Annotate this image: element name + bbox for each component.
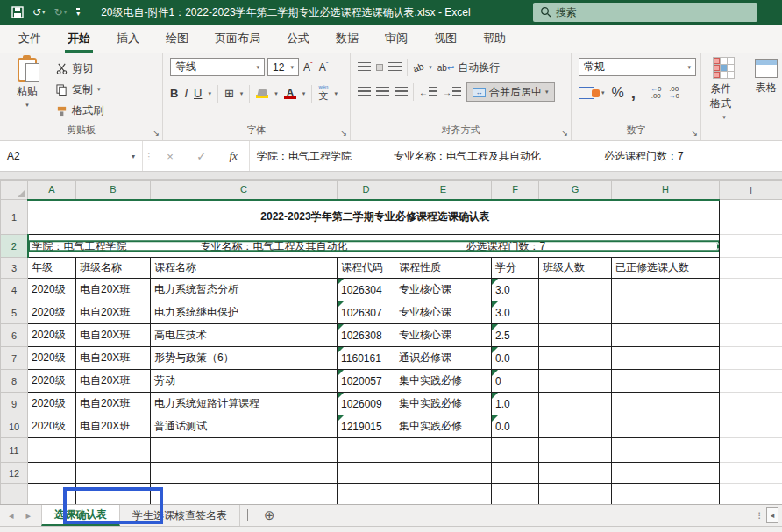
tab-view[interactable]: 视图 xyxy=(421,25,470,53)
name-box[interactable]: A2 ▾ xyxy=(0,141,143,171)
paste-caret-icon[interactable]: ▾ xyxy=(25,102,29,109)
column-header-c[interactable]: C xyxy=(151,181,338,200)
row-header-8[interactable]: 8 xyxy=(1,370,28,393)
row-header-7[interactable]: 7 xyxy=(1,347,28,370)
row-header-9[interactable]: 9 xyxy=(1,393,28,415)
insert-function-icon[interactable]: fx xyxy=(229,149,237,163)
bold-button[interactable]: B xyxy=(170,87,178,100)
accounting-format-icon[interactable] xyxy=(579,87,594,99)
tab-data[interactable]: 数据 xyxy=(323,25,372,53)
tab-overflow-dots-icon[interactable]: ⁝ xyxy=(757,509,761,521)
tab-formulas[interactable]: 公式 xyxy=(274,25,323,53)
percent-style-icon[interactable]: % xyxy=(612,85,624,101)
orientation-caret-icon[interactable]: ▾ xyxy=(429,64,432,71)
row-header-6[interactable]: 6 xyxy=(1,324,28,347)
font-dialog-launcher-icon[interactable]: ↘ xyxy=(340,130,347,138)
name-box-caret-icon[interactable]: ▾ xyxy=(132,153,135,160)
fill-color-button[interactable] xyxy=(256,89,268,98)
borders-icon[interactable]: ⊞ xyxy=(224,87,234,100)
phonetic-caret-icon[interactable]: ▾ xyxy=(334,90,338,97)
tab-file[interactable]: 文件 xyxy=(5,25,54,53)
increase-decimal-icon[interactable]: ←0.00 xyxy=(650,86,661,100)
italic-button[interactable]: I xyxy=(184,87,188,100)
merge-center-caret-icon[interactable]: ▾ xyxy=(545,89,549,96)
conditional-formatting-caret-icon[interactable]: ▾ xyxy=(722,114,726,121)
decrease-decimal-icon[interactable]: .00→0 xyxy=(668,86,679,100)
tab-review[interactable]: 审阅 xyxy=(372,25,421,53)
customize-qat-icon[interactable]: ▾ xyxy=(76,8,80,18)
sheet-nav-next-icon[interactable]: ▸ xyxy=(26,510,32,521)
column-header-g[interactable]: G xyxy=(539,181,612,200)
column-header-i[interactable]: I xyxy=(720,181,782,200)
accounting-caret-icon[interactable]: ▾ xyxy=(601,89,605,96)
active-cell-a2[interactable]: 学院：电气工程学院 专业名称：电气工程及其自动化 必选课程门数：7 xyxy=(28,235,720,258)
format-as-table-button[interactable]: 表格 xyxy=(750,57,782,140)
font-color-caret-icon[interactable]: ▾ xyxy=(302,90,306,97)
font-name-select[interactable]: 等线▾ xyxy=(170,58,265,76)
row-header-5[interactable]: 5 xyxy=(1,301,28,324)
column-header-h[interactable]: H xyxy=(612,181,720,200)
row-header-13[interactable] xyxy=(1,484,28,505)
font-color-button[interactable]: A xyxy=(284,88,296,99)
row-header-4[interactable]: 4 xyxy=(1,279,28,301)
row-header-2[interactable]: 2 xyxy=(1,235,28,258)
font-size-select[interactable]: 12▾ xyxy=(267,58,299,76)
underline-button[interactable]: U xyxy=(194,88,202,99)
search-input[interactable]: 搜索 xyxy=(533,3,757,22)
tab-draw[interactable]: 绘图 xyxy=(153,25,202,53)
align-center-icon[interactable] xyxy=(376,87,389,97)
sheet-tab-confirmation[interactable]: 选课确认表 xyxy=(41,505,120,526)
align-left-icon[interactable] xyxy=(358,87,371,97)
cut-button[interactable]: 剪切 xyxy=(56,60,103,77)
number-format-select[interactable]: 常规▾ xyxy=(579,58,696,76)
tab-help[interactable]: 帮助 xyxy=(470,25,519,53)
tab-home[interactable]: 开始 xyxy=(54,25,103,53)
shrink-font-button[interactable]: Aˇ xyxy=(317,60,331,74)
selection-fill-handle[interactable] xyxy=(716,243,720,249)
clipboard-dialog-launcher-icon[interactable]: ↘ xyxy=(153,130,160,138)
top-align-icon[interactable] xyxy=(358,62,371,73)
align-right-icon[interactable] xyxy=(395,87,408,97)
row-header-1[interactable]: 1 xyxy=(1,200,28,235)
new-sheet-icon[interactable]: ⊕ xyxy=(255,505,284,526)
sheet-nav-prev-icon[interactable]: ◂ xyxy=(9,510,14,521)
sheet-title-cell[interactable]: 2022-2023学年第二学期专业必修课程选课确认表 xyxy=(28,200,720,235)
number-dialog-launcher-icon[interactable]: ↘ xyxy=(691,130,698,138)
fill-color-caret-icon[interactable]: ▾ xyxy=(274,90,278,97)
column-header-b[interactable]: B xyxy=(76,181,151,200)
redo-button[interactable]: ↻▾ xyxy=(52,3,70,22)
row-header-10[interactable]: 10 xyxy=(1,415,28,438)
copy-caret-icon[interactable]: ▾ xyxy=(97,86,101,93)
tab-insert[interactable]: 插入 xyxy=(103,25,153,53)
row-header-12[interactable]: 12 xyxy=(1,463,28,484)
merge-center-button[interactable]: ↔ 合并后居中 ▾ xyxy=(466,82,555,102)
cancel-icon[interactable]: × xyxy=(167,150,174,163)
row-header-11[interactable]: 11 xyxy=(1,438,28,463)
wrap-text-button[interactable]: ab↩ 自动换行 xyxy=(437,60,501,75)
sheet-tab-signature[interactable]: 学生选课核查签名表 xyxy=(120,505,240,526)
alignment-dialog-launcher-icon[interactable]: ↘ xyxy=(561,130,568,138)
tab-scroll-left-icon[interactable]: ◂ xyxy=(766,507,778,523)
middle-align-icon[interactable] xyxy=(376,64,383,71)
copy-button[interactable]: 复制 ▾ xyxy=(56,81,103,98)
column-header-e[interactable]: E xyxy=(395,181,492,200)
tab-page-layout[interactable]: 页面布局 xyxy=(202,25,274,53)
comma-style-icon[interactable]: , xyxy=(631,89,636,97)
enter-icon[interactable]: ✓ xyxy=(196,150,206,163)
save-icon[interactable] xyxy=(9,3,26,22)
conditional-formatting-button[interactable]: 条件格式 ▾ xyxy=(710,57,738,140)
formula-input[interactable]: 学院：电气工程学院 专业名称：电气工程及其自动化 必选课程门数：7 xyxy=(250,141,782,171)
undo-button[interactable]: ↺▾ xyxy=(30,3,48,22)
bottom-align-icon[interactable] xyxy=(388,62,402,73)
row-header-3[interactable]: 3 xyxy=(1,258,28,279)
borders-caret-icon[interactable]: ▾ xyxy=(240,90,244,97)
increase-indent-icon[interactable]: → xyxy=(443,87,461,97)
column-header-a[interactable]: A xyxy=(28,181,76,200)
column-header-d[interactable]: D xyxy=(338,181,395,200)
column-header-f[interactable]: F xyxy=(492,181,539,200)
decrease-indent-icon[interactable]: ← xyxy=(419,87,437,97)
format-painter-button[interactable]: 格式刷 xyxy=(56,102,103,119)
orientation-icon[interactable]: ab xyxy=(411,60,425,74)
grow-font-button[interactable]: Aˆ xyxy=(302,60,315,74)
select-all-corner[interactable] xyxy=(1,181,28,200)
